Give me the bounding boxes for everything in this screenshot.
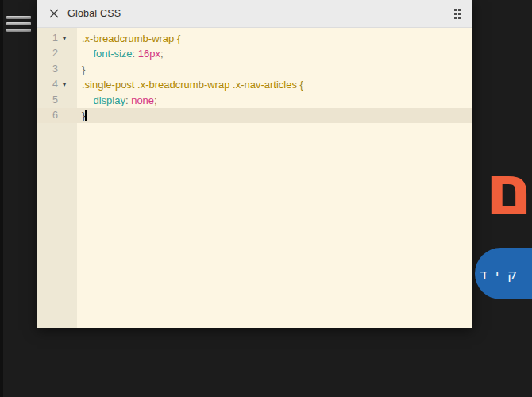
hamburger-icon	[6, 22, 31, 25]
code-line[interactable]: 1▾.x-breadcrumb-wrap {	[37, 31, 472, 46]
hamburger-menu-button[interactable]	[6, 16, 32, 33]
line-number: 2	[37, 46, 58, 61]
code-token: display	[93, 94, 125, 106]
code-token	[82, 48, 93, 60]
code-token: none	[131, 94, 154, 106]
fold-arrow-spacer	[58, 93, 71, 108]
code-line[interactable]: 5 display: none;	[37, 93, 472, 108]
line-number: 4	[37, 77, 58, 92]
page: { "colors": { "page_background": "#1c1c1…	[0, 0, 532, 397]
code-token: ;	[154, 94, 157, 106]
panel-title: Global CSS	[67, 8, 121, 19]
line-number: 6	[37, 108, 58, 123]
code-token: {	[177, 33, 180, 44]
line-number: 1	[37, 31, 58, 46]
hamburger-icon	[6, 29, 31, 32]
code-token: {	[300, 79, 303, 91]
code-lines: 1▾.x-breadcrumb-wrap {2 font-size: 16px;…	[37, 31, 472, 123]
fold-arrow-spacer	[58, 46, 71, 61]
close-icon	[49, 9, 59, 18]
panel-titlebar: Global CSS	[37, 0, 472, 28]
code-token	[82, 94, 93, 106]
cta-button-label: קיד	[480, 266, 532, 282]
code-token: .x-breadcrumb-wrap	[82, 33, 177, 44]
code-line[interactable]: 2 font-size: 16px;	[37, 46, 472, 61]
fold-arrow-icon[interactable]: ▾	[58, 77, 71, 92]
code-token: :	[133, 48, 138, 60]
close-button[interactable]	[47, 6, 61, 21]
code-line[interactable]: 3}	[37, 62, 472, 77]
code-token: .single-post .x-breadcrumb-wrap .x-nav-a…	[82, 79, 300, 91]
global-css-editor-panel: Global CSS 1▾.x-breadcrumb-wrap {2 font-…	[37, 0, 472, 328]
hamburger-icon	[6, 16, 31, 19]
fold-arrow-spacer	[58, 108, 71, 123]
code-token: 16px	[138, 48, 160, 60]
cta-button[interactable]: קיד	[475, 248, 532, 299]
code-line[interactable]: 6}	[37, 108, 472, 123]
fold-arrow-icon[interactable]: ▾	[58, 31, 71, 46]
page-left-edge	[0, 0, 3, 397]
drag-handle-icon[interactable]	[452, 6, 463, 21]
css-code-editor[interactable]: 1▾.x-breadcrumb-wrap {2 font-size: 16px;…	[37, 28, 472, 328]
line-number: 3	[37, 62, 58, 77]
orange-logo-letter: ם	[485, 156, 532, 224]
code-token: font-size	[93, 48, 132, 60]
code-line[interactable]: 4▾.single-post .x-breadcrumb-wrap .x-nav…	[37, 77, 472, 92]
line-number: 5	[37, 93, 58, 108]
fold-arrow-spacer	[58, 62, 71, 77]
code-token: ;	[160, 48, 164, 60]
text-cursor	[85, 110, 87, 121]
code-token: }	[82, 64, 85, 75]
